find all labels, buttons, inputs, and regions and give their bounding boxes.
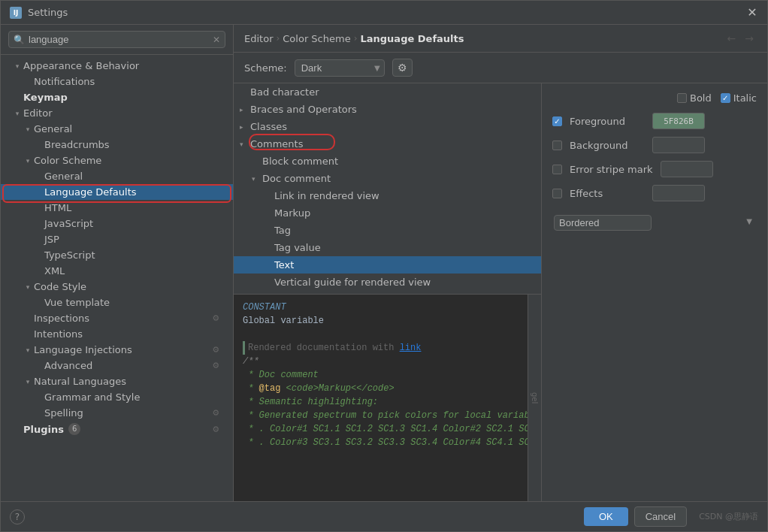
arrow-icon (34, 172, 43, 181)
option-braces-ops[interactable]: Braces and Operators (234, 101, 541, 118)
sidebar-item-label: Code Style (34, 281, 86, 292)
option-classes[interactable]: Classes (234, 118, 541, 135)
bold-checkbox-label[interactable]: Bold (677, 92, 712, 104)
preview-code: CONSTANT Global variable Rendered docume… (234, 295, 541, 501)
foreground-row: Foreground 5F826B (552, 113, 757, 129)
scheme-gear-button[interactable]: ⚙ (392, 59, 413, 77)
cancel-button[interactable]: Cancel (634, 506, 687, 527)
italic-checkbox-label[interactable]: Italic (721, 92, 757, 104)
ok-button[interactable]: OK (584, 507, 628, 526)
sidebar-item-label: Breadcrumbs (44, 139, 110, 150)
help-button[interactable]: ? (10, 509, 25, 524)
sidebar-item-general2[interactable]: General (1, 168, 233, 184)
sidebar-item-vuetemplate[interactable]: Vue template (1, 295, 233, 310)
option-label: Braces and Operators (250, 104, 357, 115)
sidebar-item-editor[interactable]: Editor (1, 105, 233, 121)
editor-area: Scheme: Dark Light Default Darcula ▼ ⚙ (234, 53, 767, 501)
sidebar-item-langdefaults[interactable]: Language Defaults (1, 184, 233, 200)
arrow-icon (252, 175, 262, 183)
bold-checkbox[interactable] (677, 93, 687, 103)
scheme-select-wrapper: Dark Light Default Darcula ▼ (295, 59, 385, 77)
sidebar-item-general[interactable]: General (1, 121, 233, 137)
sidebar-item-label: JavaScript (44, 218, 93, 229)
sidebar-item-plugins[interactable]: Plugins 6 ⚙ (1, 421, 233, 437)
option-label: Vertical guide for rendered view (274, 277, 431, 288)
sidebar-item-naturallang[interactable]: Natural Languages (1, 373, 233, 389)
breadcrumb-editor: Editor (244, 33, 273, 44)
scroll-label-text: geI (531, 392, 539, 404)
sidebar-item-label: General (44, 171, 83, 182)
foreground-color-box[interactable]: 5F826B (652, 113, 705, 129)
effects-type-select[interactable]: Bordered Underscored Bold underscored Un… (554, 215, 652, 231)
back-button[interactable]: ← (724, 31, 739, 46)
main-content: 🔍 ✕ Appearance & Behavior Notifications (1, 25, 767, 501)
sidebar-item-appearance[interactable]: Appearance & Behavior (1, 58, 233, 74)
preview-global: Global variable (243, 314, 532, 328)
split-pane: Bad character Braces and Operators Class… (234, 83, 767, 501)
sidebar-item-grammarstyle[interactable]: Grammar and Style (1, 389, 233, 405)
sidebar-item-notifications[interactable]: Notifications (1, 74, 233, 89)
sidebar-item-javascript[interactable]: JavaScript (1, 216, 233, 231)
background-color-box[interactable] (652, 137, 705, 153)
preview-colors2: * . Color#3 SC3.1 SC3.2 SC3.3 SC3.4 Colo… (243, 436, 532, 449)
sidebar-item-xml[interactable]: XML (1, 263, 233, 279)
foreground-checkbox[interactable] (552, 116, 562, 126)
sidebar-item-spelling[interactable]: Spelling ⚙ (1, 405, 233, 421)
search-input[interactable] (29, 34, 213, 45)
arrow-icon (34, 235, 43, 244)
sidebar-item-typescript[interactable]: TypeScript (1, 247, 233, 263)
sidebar-item-label: Color Scheme (34, 155, 101, 166)
sidebar-item-label: Grammar and Style (44, 391, 140, 403)
sidebar-item-label: Inspections (34, 313, 89, 324)
italic-checkbox[interactable] (721, 93, 730, 103)
sidebar-item-label: Plugins (23, 424, 64, 435)
search-clear-button[interactable]: ✕ (213, 35, 220, 45)
sidebar-item-label: Natural Languages (34, 376, 126, 387)
window-title: Settings (28, 7, 746, 18)
effects-color-box[interactable] (652, 185, 705, 201)
option-link-rendered[interactable]: Link in rendered view (234, 187, 541, 204)
error-stripe-color-box[interactable] (661, 161, 713, 177)
close-button[interactable]: ✕ (746, 7, 758, 19)
sidebar-item-inspections[interactable]: Inspections ⚙ (1, 310, 233, 326)
arrow-icon (23, 314, 32, 323)
sync-icon: ⚙ (212, 408, 225, 418)
sync-icon: ⚙ (212, 313, 225, 323)
background-label: Background (570, 140, 645, 151)
option-tag-value[interactable]: Tag value (234, 239, 541, 256)
sidebar-item-label: Appearance & Behavior (23, 60, 139, 71)
right-panel: Editor › Color Scheme › Language Default… (234, 25, 767, 501)
sidebar-item-advanced[interactable]: Advanced ⚙ (1, 358, 233, 373)
sidebar-item-jsp[interactable]: JSP (1, 231, 233, 247)
sidebar-item-label: Vue template (44, 297, 110, 308)
bottom-right: OK Cancel CSDN @思静语 (584, 506, 758, 527)
arrow-icon (34, 219, 43, 228)
option-block-comment[interactable]: Block comment (234, 153, 541, 170)
option-markup[interactable]: Markup (234, 204, 541, 222)
breadcrumb-sep: › (276, 33, 280, 44)
breadcrumb-colorscheme: Color Scheme (283, 33, 350, 44)
background-checkbox[interactable] (552, 141, 562, 150)
option-tag[interactable]: Tag (234, 222, 541, 239)
scheme-select[interactable]: Dark Light Default Darcula (295, 59, 385, 77)
search-wrapper[interactable]: 🔍 ✕ (8, 31, 225, 48)
error-stripe-checkbox[interactable] (552, 165, 562, 174)
sidebar-item-intentions[interactable]: Intentions (1, 326, 233, 342)
option-comments[interactable]: Comments (234, 135, 541, 153)
sidebar-item-html[interactable]: HTML (1, 200, 233, 216)
sidebar-item-label: Advanced (44, 360, 92, 371)
sidebar-item-keymap[interactable]: Keymap (1, 89, 233, 105)
forward-button[interactable]: → (742, 31, 757, 46)
sidebar-item-breadcrumbs[interactable]: Breadcrumbs (1, 137, 233, 153)
sidebar-item-colorscheme[interactable]: Color Scheme (1, 153, 233, 168)
option-vert-guide[interactable]: Vertical guide for rendered view (234, 274, 541, 291)
option-label: Classes (250, 121, 287, 132)
sidebar-item-langinjections[interactable]: Language Injections ⚙ (1, 342, 233, 358)
sidebar-item-codestyle[interactable]: Code Style (1, 279, 233, 295)
effects-checkbox[interactable] (552, 189, 562, 198)
option-doc-comment[interactable]: Doc comment (234, 170, 541, 187)
arrow-icon (240, 106, 250, 113)
option-text[interactable]: Text (234, 256, 541, 274)
option-bad-character[interactable]: Bad character (234, 83, 541, 101)
bold-label: Bold (690, 92, 712, 104)
